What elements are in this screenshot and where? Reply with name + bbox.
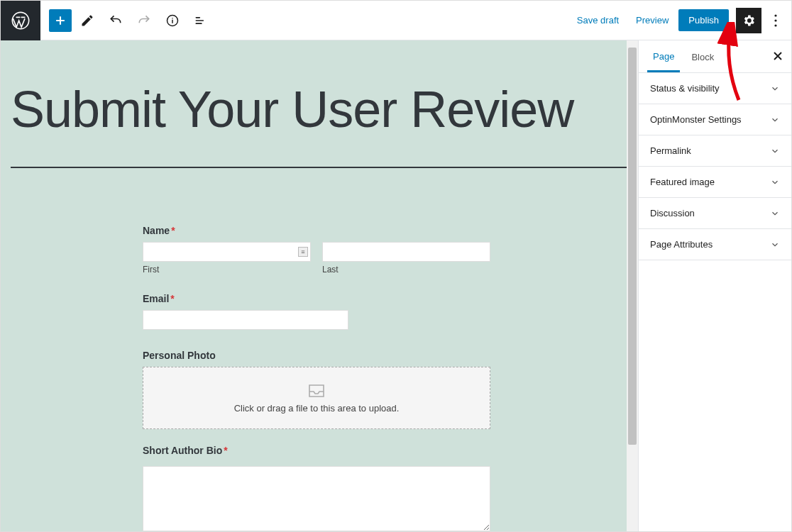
- more-menu-button[interactable]: [766, 8, 786, 33]
- panel-discussion[interactable]: Discussion: [639, 198, 791, 229]
- last-sublabel: Last: [322, 265, 490, 275]
- chevron-down-icon: [770, 177, 780, 187]
- sidebar-tabs: Page Block: [639, 40, 791, 73]
- email-input[interactable]: [143, 310, 348, 330]
- bio-label: Short Author Bio*: [143, 445, 490, 456]
- gear-icon: [742, 13, 756, 28]
- name-label: Name*: [143, 225, 490, 236]
- panel-status-visibility[interactable]: Status & visibility: [639, 73, 791, 104]
- publish-button[interactable]: Publish: [678, 9, 729, 31]
- undo-icon: [109, 13, 123, 28]
- panel-permalink[interactable]: Permalink: [639, 135, 791, 167]
- tab-page[interactable]: Page: [647, 41, 680, 72]
- email-label: Email*: [143, 293, 490, 304]
- svg-point-2: [774, 14, 776, 16]
- chevron-down-icon: [770, 209, 780, 218]
- plus-icon: [53, 13, 67, 28]
- autofill-icon: ≡: [298, 247, 308, 257]
- info-button[interactable]: [160, 8, 185, 33]
- save-draft-button[interactable]: Save draft: [570, 9, 626, 31]
- edit-mode-button[interactable]: [75, 8, 100, 33]
- redo-icon: [137, 13, 151, 28]
- form-block: Name* ≡ First Last Email*: [143, 225, 490, 531]
- wordpress-icon: [11, 11, 31, 31]
- kebab-icon: [774, 14, 777, 27]
- required-marker: *: [224, 445, 227, 456]
- wordpress-logo[interactable]: [1, 1, 40, 40]
- first-sublabel: First: [143, 265, 311, 275]
- file-upload-dropzone[interactable]: Click or drag a file to this area to upl…: [143, 367, 490, 429]
- last-name-input[interactable]: [322, 242, 490, 262]
- chevron-down-icon: [770, 84, 780, 94]
- settings-button[interactable]: [736, 8, 761, 33]
- svg-point-4: [774, 24, 776, 26]
- chevron-down-icon: [770, 115, 780, 125]
- upload-text: Click or drag a file to this area to upl…: [234, 403, 400, 414]
- info-icon: [165, 13, 180, 28]
- required-marker: *: [170, 293, 174, 304]
- inbox-icon: [307, 383, 326, 399]
- close-sidebar-button[interactable]: [773, 50, 783, 63]
- svg-point-3: [774, 19, 776, 21]
- scrollbar-track[interactable]: [627, 40, 638, 531]
- separator-block: [11, 167, 628, 168]
- close-icon: [773, 51, 783, 61]
- preview-button[interactable]: Preview: [629, 9, 676, 31]
- scrollbar-thumb[interactable]: [628, 48, 637, 445]
- tab-block[interactable]: Block: [686, 42, 720, 71]
- add-block-button[interactable]: [49, 9, 72, 32]
- bio-textarea[interactable]: [143, 466, 490, 531]
- outline-button[interactable]: [188, 8, 214, 33]
- editor-toolbar: Save draft Preview Publish: [1, 1, 791, 40]
- editor-canvas[interactable]: Submit Your User Review Name* ≡ First La…: [1, 40, 638, 531]
- panel-optinmonster[interactable]: OptinMonster Settings: [639, 104, 791, 135]
- toolbar-right: Save draft Preview Publish: [570, 8, 791, 33]
- chevron-down-icon: [770, 240, 780, 250]
- list-icon: [194, 13, 208, 28]
- settings-sidebar: Page Block Status & visibility OptinMons…: [638, 40, 791, 531]
- page-title[interactable]: Submit Your User Review: [1, 40, 638, 167]
- panel-page-attributes[interactable]: Page Attributes: [639, 229, 791, 260]
- required-marker: *: [171, 225, 175, 236]
- first-name-input[interactable]: [143, 242, 311, 262]
- panel-featured-image[interactable]: Featured image: [639, 167, 791, 198]
- chevron-down-icon: [770, 146, 780, 156]
- photo-label: Personal Photo: [143, 350, 490, 361]
- redo-button[interactable]: [131, 8, 157, 33]
- pencil-icon: [80, 13, 94, 28]
- undo-button[interactable]: [103, 8, 128, 33]
